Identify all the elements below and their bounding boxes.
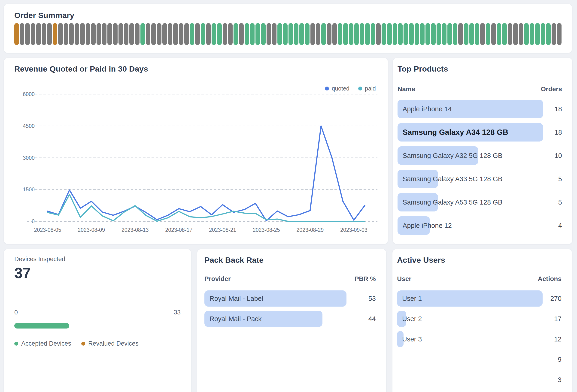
order-bar-neutral-gray[interactable] <box>228 23 233 45</box>
order-bar-neutral-gray[interactable] <box>272 23 277 45</box>
order-bar-neutral-gray[interactable] <box>195 23 200 45</box>
order-bar-neutral-gray[interactable] <box>58 23 63 45</box>
order-bar-accepted-green[interactable] <box>360 23 364 45</box>
order-bar-neutral-gray[interactable] <box>184 23 189 45</box>
legend-item-paid[interactable]: paid <box>358 85 376 92</box>
order-bar-neutral-gray[interactable] <box>36 23 41 45</box>
order-bar-neutral-gray[interactable] <box>113 23 118 45</box>
order-bar-neutral-gray[interactable] <box>519 23 523 45</box>
order-bar-neutral-gray[interactable] <box>513 23 518 45</box>
order-bar-neutral-gray[interactable] <box>508 23 512 45</box>
order-bar-accepted-green[interactable] <box>343 23 348 45</box>
order-bar-accepted-green[interactable] <box>294 23 298 45</box>
order-bar-accepted-green[interactable] <box>349 23 353 45</box>
order-bar-accepted-green[interactable] <box>338 23 342 45</box>
order-bar-accepted-green[interactable] <box>436 23 441 45</box>
order-bar-accepted-green[interactable] <box>535 23 540 45</box>
order-bar-neutral-gray[interactable] <box>25 23 30 45</box>
order-bar-neutral-gray[interactable] <box>151 23 156 45</box>
order-bar-neutral-gray[interactable] <box>31 23 35 45</box>
order-bar-accepted-green[interactable] <box>403 23 408 45</box>
order-bar-neutral-gray[interactable] <box>458 23 463 45</box>
legend-item-quoted[interactable]: quoted <box>325 85 349 92</box>
order-bar-neutral-gray[interactable] <box>69 23 74 45</box>
order-bar-neutral-gray[interactable] <box>223 23 227 45</box>
order-bar-neutral-gray[interactable] <box>118 23 123 45</box>
order-bar-accepted-green[interactable] <box>415 23 419 45</box>
order-bar-neutral-gray[interactable] <box>75 23 79 45</box>
order-bar-neutral-gray[interactable] <box>557 23 562 45</box>
order-bar-neutral-gray[interactable] <box>47 23 52 45</box>
order-bar-accepted-green[interactable] <box>371 23 375 45</box>
order-bar-accepted-green[interactable] <box>502 23 507 45</box>
order-bar-accepted-green[interactable] <box>245 23 249 45</box>
order-bar-neutral-gray[interactable] <box>80 23 85 45</box>
order-bar-neutral-gray[interactable] <box>332 23 337 45</box>
order-bar-neutral-gray[interactable] <box>97 23 101 45</box>
order-bar-accepted-green[interactable] <box>530 23 534 45</box>
order-bar-neutral-gray[interactable] <box>206 23 211 45</box>
order-bar-accepted-green[interactable] <box>398 23 403 45</box>
order-bar-accepted-green[interactable] <box>453 23 458 45</box>
order-bar-neutral-gray[interactable] <box>42 23 46 45</box>
order-bar-accepted-green[interactable] <box>393 23 397 45</box>
order-bar-neutral-gray[interactable] <box>102 23 107 45</box>
order-bar-neutral-gray[interactable] <box>135 23 140 45</box>
order-bar-accepted-green[interactable] <box>469 23 474 45</box>
order-bar-accepted-green[interactable] <box>321 23 326 45</box>
order-bar-accepted-green[interactable] <box>201 23 205 45</box>
order-bar-neutral-gray[interactable] <box>179 23 183 45</box>
order-bar-accepted-green[interactable] <box>141 23 145 45</box>
order-bar-accepted-green[interactable] <box>426 23 430 45</box>
order-bar-neutral-gray[interactable] <box>267 23 271 45</box>
order-bar-neutral-gray[interactable] <box>124 23 129 45</box>
revenue-line-chart[interactable]: 015003000450060002023-08-052023-08-09202… <box>14 76 377 237</box>
order-bar-neutral-gray[interactable] <box>480 23 485 45</box>
order-bar-accepted-green[interactable] <box>255 23 260 45</box>
order-bar-accepted-green[interactable] <box>305 23 310 45</box>
legend-item-revalued[interactable]: Revalued Devices <box>81 340 139 347</box>
order-bar-neutral-gray[interactable] <box>327 23 331 45</box>
order-bar-neutral-gray[interactable] <box>64 23 68 45</box>
order-bar-accepted-green[interactable] <box>288 23 293 45</box>
order-bar-accepted-green[interactable] <box>524 23 529 45</box>
order-bar-neutral-gray[interactable] <box>173 23 178 45</box>
order-bar-neutral-gray[interactable] <box>310 23 315 45</box>
order-bar-accepted-green[interactable] <box>234 23 238 45</box>
order-bar-accepted-green[interactable] <box>190 23 194 45</box>
order-bar-neutral-gray[interactable] <box>239 23 244 45</box>
order-bar-neutral-gray[interactable] <box>129 23 134 45</box>
order-bar-neutral-gray[interactable] <box>108 23 112 45</box>
order-bar-revalued-orange[interactable] <box>53 23 57 45</box>
order-bar-accepted-green[interactable] <box>250 23 255 45</box>
order-bar-accepted-green[interactable] <box>546 23 551 45</box>
order-bar-accepted-green[interactable] <box>464 23 469 45</box>
order-bar-neutral-gray[interactable] <box>86 23 90 45</box>
order-bar-accepted-green[interactable] <box>261 23 266 45</box>
order-bar-accepted-green[interactable] <box>387 23 392 45</box>
order-bar-accepted-green[interactable] <box>442 23 446 45</box>
order-bar-accepted-green[interactable] <box>431 23 436 45</box>
order-bar-accepted-green[interactable] <box>447 23 452 45</box>
order-bar-accepted-green[interactable] <box>409 23 414 45</box>
order-bar-neutral-gray[interactable] <box>491 23 496 45</box>
order-bar-neutral-gray[interactable] <box>91 23 96 45</box>
order-bar-neutral-gray[interactable] <box>376 23 381 45</box>
order-bar-revalued-orange[interactable] <box>14 23 19 45</box>
order-bar-accepted-green[interactable] <box>475 23 479 45</box>
order-bar-neutral-gray[interactable] <box>146 23 151 45</box>
order-bar-neutral-gray[interactable] <box>20 23 25 45</box>
order-bar-neutral-gray[interactable] <box>157 23 161 45</box>
order-bar-neutral-gray[interactable] <box>162 23 167 45</box>
order-bar-accepted-green[interactable] <box>541 23 545 45</box>
order-bar-accepted-green[interactable] <box>217 23 222 45</box>
legend-item-accepted[interactable]: Accepted Devices <box>14 340 71 347</box>
order-bar-accepted-green[interactable] <box>277 23 282 45</box>
order-bar-accepted-green[interactable] <box>283 23 288 45</box>
order-bar-accepted-green[interactable] <box>299 23 304 45</box>
order-bar-accepted-green[interactable] <box>354 23 359 45</box>
devices-progress-bar[interactable] <box>14 323 69 328</box>
order-bar-neutral-gray[interactable] <box>316 23 320 45</box>
order-bar-accepted-green[interactable] <box>420 23 425 45</box>
order-bar-accepted-green[interactable] <box>212 23 216 45</box>
